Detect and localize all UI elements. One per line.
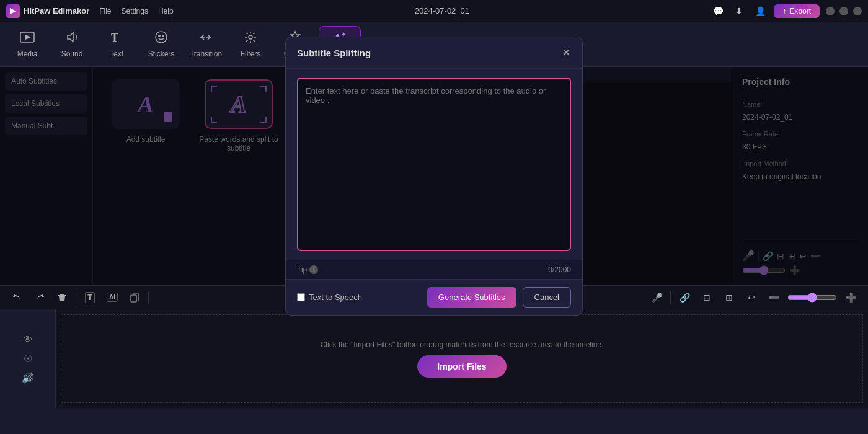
timeline-info-text: Click the "Import Files" button or drag … [308, 340, 616, 349]
right-controls: 🎤 🔗 ⊟ ⊞ ↩ ➖ ➕ [648, 289, 859, 306]
svg-rect-10 [131, 295, 136, 302]
modal-header: Subtitle Splitting ✕ [286, 37, 582, 69]
tool-transition[interactable]: Transition [185, 26, 227, 63]
tip-label: Tip [297, 265, 307, 274]
info-icon: i [309, 265, 318, 274]
chat-icon[interactable]: 💬 [711, 4, 725, 19]
redo-button[interactable] [31, 289, 48, 306]
chain-button[interactable]: 🔗 [676, 289, 693, 306]
export-icon: ↑ [782, 7, 786, 16]
tool-sound[interactable]: Sound [51, 26, 93, 63]
sound-label: Sound [61, 50, 83, 58]
text-clip-button[interactable]: T [81, 289, 99, 306]
app-name: HitPaw Edimakor [24, 6, 89, 16]
tts-checkbox[interactable] [297, 293, 305, 301]
svg-point-5 [159, 35, 160, 37]
titlebar-right: 💬 ⬇ 👤 ↑ Export — □ ✕ [711, 4, 862, 19]
tip-section: Tip i [297, 265, 318, 274]
zoom-in-ctrl[interactable]: ➕ [842, 289, 859, 306]
filters-label: Filters [241, 50, 261, 58]
controls-divider-3 [670, 291, 671, 304]
titlebar: HitPaw Edimakor File Settings Help 2024-… [0, 0, 868, 22]
maximize-button[interactable]: □ [839, 7, 848, 16]
middle-area: Auto Subtitles Local Subtitles Manual Su… [0, 67, 868, 285]
export-button[interactable]: ↑ Export [774, 4, 820, 18]
svg-marker-0 [10, 8, 16, 14]
zoom-out-ctrl[interactable]: ➖ [765, 289, 782, 306]
modal-overlay: Subtitle Splitting ✕ Tip i 0/2000 Text t… [0, 67, 868, 285]
window-title: 2024-07-02_01 [415, 6, 469, 16]
modal-close-button[interactable]: ✕ [562, 46, 571, 60]
transition-icon [199, 30, 213, 47]
svg-point-7 [249, 35, 252, 39]
tool-media[interactable]: Media [6, 26, 48, 63]
tts-label: Text to Speech [309, 293, 362, 302]
loop-ctrl-button[interactable]: ↩ [743, 289, 760, 306]
modal-title: Subtitle Splitting [297, 48, 371, 58]
app-logo [6, 4, 20, 18]
bottom-row: 👁 ☉ 🔊 Click the "Import Files" button or… [0, 309, 868, 408]
split-ctrl-button[interactable]: ⊟ [698, 289, 715, 306]
modal-footer-info: Tip i 0/2000 [286, 260, 582, 279]
generate-subtitles-button[interactable]: Generate Subtitles [427, 287, 516, 308]
text-area-wrapper [297, 78, 571, 251]
copy-button[interactable] [126, 289, 143, 306]
tool-stickers[interactable]: Stickers [140, 26, 182, 63]
visibility-icon[interactable]: ☉ [24, 353, 32, 365]
svg-text:T: T [111, 32, 118, 44]
close-button[interactable]: ✕ [853, 7, 862, 16]
subtitle-splitting-modal: Subtitle Splitting ✕ Tip i 0/2000 Text t… [285, 37, 583, 316]
media-icon [20, 30, 35, 47]
text-icon: T [110, 30, 123, 47]
transition-label: Transition [190, 50, 222, 58]
menu-file[interactable]: File [99, 7, 111, 16]
audio-icon[interactable]: 🔊 [22, 372, 34, 384]
ai-button[interactable]: AI [104, 289, 121, 306]
undo-button[interactable] [9, 289, 26, 306]
import-files-button[interactable]: Import Files [417, 355, 506, 378]
action-buttons: Generate Subtitles Cancel [427, 287, 571, 308]
subtitle-text-input[interactable] [298, 79, 570, 250]
filters-icon [244, 30, 257, 47]
tool-text[interactable]: T Text [95, 26, 138, 63]
mic-ctrl-button[interactable]: 🎤 [648, 289, 665, 306]
titlebar-menu: File Settings Help [99, 7, 173, 16]
menu-settings[interactable]: Settings [122, 7, 148, 16]
media-label: Media [17, 50, 38, 58]
menu-help[interactable]: Help [158, 7, 174, 16]
timeline-zoom-slider[interactable] [787, 293, 837, 303]
svg-marker-2 [25, 35, 31, 40]
delete-button[interactable] [53, 289, 71, 306]
controls-divider-1 [76, 291, 76, 304]
text-label: Text [110, 50, 123, 58]
char-count: 0/2000 [548, 265, 571, 274]
sound-icon [65, 30, 79, 47]
download-icon[interactable]: ⬇ [732, 4, 746, 19]
controls-divider-2 [148, 291, 149, 304]
titlebar-left: HitPaw Edimakor File Settings Help [6, 4, 174, 18]
modal-body [286, 69, 582, 260]
tts-checkbox-label[interactable]: Text to Speech [297, 293, 362, 302]
merge-ctrl-button[interactable]: ⊞ [720, 289, 738, 306]
stickers-label: Stickers [148, 50, 175, 58]
timeline-main: Click the "Import Files" button or drag … [61, 314, 863, 403]
modal-actions: Text to Speech Generate Subtitles Cancel [286, 279, 582, 315]
svg-point-4 [156, 32, 167, 43]
minimize-button[interactable]: — [826, 7, 835, 16]
tool-filters[interactable]: Filters [229, 26, 272, 63]
eye-icon[interactable]: 👁 [23, 334, 33, 345]
svg-point-6 [162, 35, 164, 37]
user-icon[interactable]: 👤 [753, 4, 768, 19]
cancel-button[interactable]: Cancel [523, 287, 571, 308]
timeline-side: 👁 ☉ 🔊 [0, 309, 56, 408]
stickers-icon [154, 30, 168, 47]
window-controls: — □ ✕ [826, 7, 862, 16]
